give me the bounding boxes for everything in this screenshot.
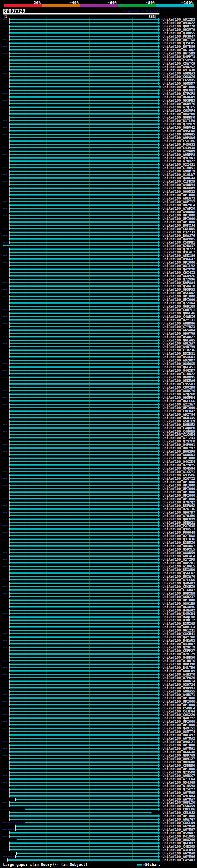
alignment-line[interactable]: [9, 90, 158, 91]
alignment-line[interactable]: [9, 502, 158, 503]
alignment-line[interactable]: [9, 330, 158, 331]
alignment-line[interactable]: [9, 282, 158, 283]
alignment-line[interactable]: [9, 188, 158, 189]
alignment-line[interactable]: [9, 397, 158, 398]
alignment-line[interactable]: [9, 755, 158, 756]
alignment-line[interactable]: [17, 852, 158, 854]
alignment-line[interactable]: [9, 205, 158, 206]
alignment-line[interactable]: [9, 549, 158, 550]
alignment-line[interactable]: [9, 110, 158, 111]
alignment-line[interactable]: [9, 218, 158, 219]
alignment-line[interactable]: [9, 768, 158, 770]
alignment-line[interactable]: [9, 667, 158, 668]
alignment-line[interactable]: [9, 684, 158, 685]
alignment-line[interactable]: [9, 127, 158, 128]
alignment-line[interactable]: [9, 285, 158, 287]
alignment-line[interactable]: [9, 734, 158, 736]
alignment-line[interactable]: [9, 765, 158, 766]
alignment-line[interactable]: [9, 323, 158, 324]
alignment-line[interactable]: [9, 562, 158, 563]
alignment-line[interactable]: [9, 660, 158, 661]
alignment-line[interactable]: [9, 59, 158, 61]
alignment-line[interactable]: [9, 306, 158, 307]
alignment-line[interactable]: [9, 414, 158, 415]
alignment-line[interactable]: [9, 198, 158, 199]
alignment-line[interactable]: [9, 147, 158, 148]
alignment-line[interactable]: [9, 39, 158, 40]
alignment-line[interactable]: [9, 383, 158, 384]
alignment-line[interactable]: [9, 228, 158, 229]
alignment-line[interactable]: [9, 731, 158, 732]
alignment-line[interactable]: [9, 134, 158, 135]
alignment-line[interactable]: [9, 363, 158, 364]
alignment-line[interactable]: [25, 809, 158, 810]
alignment-line[interactable]: [9, 559, 158, 560]
alignment-line[interactable]: [9, 424, 158, 425]
alignment-line[interactable]: [9, 461, 158, 462]
alignment-line[interactable]: [9, 650, 158, 651]
alignment-line[interactable]: [9, 93, 158, 94]
alignment-line[interactable]: [9, 269, 158, 270]
alignment-line[interactable]: [9, 579, 158, 581]
alignment-line[interactable]: [9, 498, 158, 499]
alignment-line[interactable]: [9, 431, 158, 432]
alignment-line[interactable]: [9, 373, 158, 374]
alignment-line[interactable]: [9, 252, 158, 253]
alignment-line[interactable]: [9, 201, 158, 202]
alignment-line[interactable]: [9, 576, 158, 577]
alignment-line[interactable]: [9, 815, 158, 816]
alignment-line[interactable]: [9, 748, 158, 749]
alignment-line[interactable]: [9, 772, 158, 773]
alignment-line[interactable]: [9, 698, 158, 699]
alignment-line[interactable]: [9, 231, 158, 233]
alignment-line[interactable]: [9, 326, 158, 327]
alignment-line[interactable]: [9, 390, 158, 391]
alignment-line[interactable]: [9, 569, 158, 570]
alignment-line[interactable]: [9, 708, 158, 709]
alignment-line[interactable]: [9, 471, 158, 472]
alignment-line[interactable]: [9, 427, 158, 429]
alignment-line[interactable]: [9, 370, 158, 371]
alignment-line[interactable]: [9, 538, 158, 540]
alignment-line[interactable]: [9, 349, 158, 351]
alignment-line[interactable]: [9, 248, 158, 250]
alignment-line[interactable]: [9, 333, 158, 334]
alignment-line[interactable]: [9, 657, 158, 658]
alignment-line[interactable]: [9, 842, 158, 844]
alignment-line[interactable]: [9, 727, 158, 729]
alignment-line[interactable]: [9, 555, 158, 557]
alignment-line[interactable]: [9, 552, 158, 553]
alignment-line[interactable]: [9, 279, 158, 280]
alignment-line[interactable]: [9, 762, 158, 763]
alignment-line[interactable]: [9, 474, 158, 476]
alignment-line[interactable]: [9, 394, 158, 395]
alignment-line[interactable]: [9, 346, 158, 347]
alignment-line[interactable]: [9, 566, 158, 567]
alignment-line[interactable]: [9, 164, 158, 165]
alignment-line[interactable]: [9, 194, 158, 195]
alignment-line[interactable]: [9, 640, 158, 641]
alignment-line[interactable]: [9, 589, 158, 591]
alignment-line[interactable]: [9, 485, 158, 486]
alignment-line[interactable]: [9, 535, 158, 536]
alignment-line[interactable]: [9, 400, 158, 402]
alignment-line[interactable]: [9, 525, 158, 526]
alignment-line[interactable]: [9, 387, 158, 388]
alignment-line[interactable]: [9, 170, 158, 172]
alignment-line[interactable]: [9, 454, 158, 456]
alignment-line[interactable]: [9, 512, 158, 513]
alignment-line[interactable]: [9, 36, 158, 37]
alignment-line[interactable]: [9, 238, 158, 240]
alignment-line[interactable]: [9, 785, 158, 786]
alignment-line[interactable]: [9, 302, 158, 304]
alignment-line[interactable]: [9, 340, 158, 341]
alignment-line[interactable]: [9, 26, 158, 27]
alignment-line[interactable]: [9, 380, 158, 381]
alignment-line[interactable]: [9, 437, 158, 438]
alignment-line[interactable]: [9, 714, 158, 715]
alignment-line[interactable]: [9, 532, 158, 533]
alignment-line[interactable]: [9, 130, 158, 131]
alignment-line[interactable]: [9, 680, 158, 682]
alignment-line[interactable]: [9, 572, 158, 574]
alignment-line[interactable]: [9, 299, 158, 300]
